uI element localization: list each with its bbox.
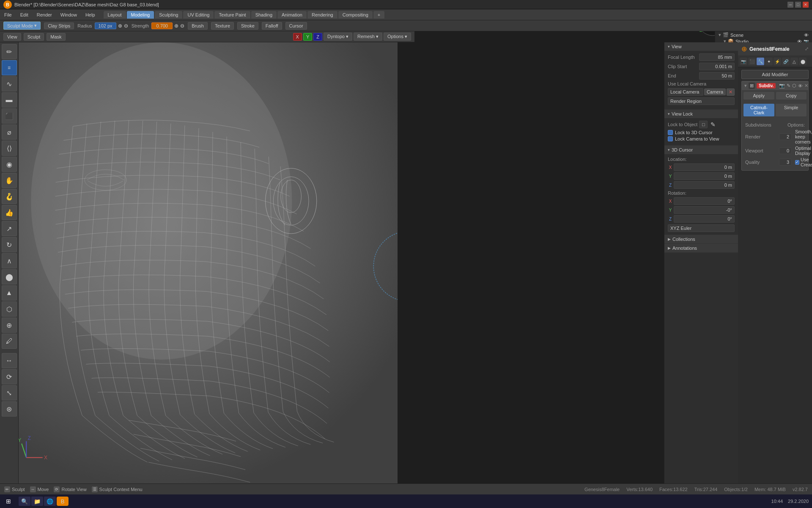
texture-button[interactable]: Texture xyxy=(211,22,234,30)
annotate-tool-button[interactable]: 🖊 xyxy=(2,334,17,349)
rotate3d-tool-button[interactable]: ⟳ xyxy=(2,369,17,384)
tab-add[interactable]: + xyxy=(373,11,384,19)
n-collections-header[interactable]: ▶ Collections xyxy=(664,235,738,243)
modifier-expand-arrow[interactable]: ▾ xyxy=(744,83,747,88)
taskbar-explorer[interactable]: 📁 xyxy=(31,497,43,506)
fill-tool-button[interactable]: ⬛ xyxy=(2,108,17,124)
rotate-tool-button[interactable]: ↻ xyxy=(2,237,17,252)
modifier-copy-button[interactable]: Copy xyxy=(776,92,807,99)
scale-tool-button[interactable]: ⤡ xyxy=(2,385,17,400)
prop-constraints-icon[interactable]: 🔗 xyxy=(782,58,790,65)
modifier-type-icon[interactable]: ⊞ xyxy=(749,83,755,89)
brush-button[interactable]: Brush xyxy=(188,22,208,30)
tree-item-scene[interactable]: ▾ 🎬 Scene 👁 xyxy=(717,32,810,38)
prop-object-icon[interactable]: ⬛ xyxy=(748,58,756,65)
prop-physics-icon[interactable]: ⚡ xyxy=(774,58,781,65)
snake-hook-tool[interactable]: 🪝 xyxy=(2,189,17,204)
menu-help[interactable]: Help xyxy=(81,9,99,20)
modifier-delete-icon[interactable]: ✕ xyxy=(804,83,808,88)
render-subdiv-value[interactable]: 2 xyxy=(779,133,792,140)
y-axis-lock[interactable]: Y xyxy=(303,33,312,41)
modifier-visible-icon[interactable]: 👁 xyxy=(798,83,803,88)
blob-tool-button[interactable]: ⬤ xyxy=(2,269,17,284)
camera-button[interactable]: Camera xyxy=(704,88,726,95)
maximize-button[interactable]: □ xyxy=(795,2,801,8)
menu-edit[interactable]: Edit xyxy=(16,9,33,20)
n-annotations-header[interactable]: ▶ Annotations xyxy=(664,244,738,252)
start-button[interactable]: ⊞ xyxy=(0,496,17,507)
remesh-button[interactable]: Remesh ▾ xyxy=(354,33,382,41)
modifier-render-icon[interactable]: 📷 xyxy=(779,83,785,88)
z-axis-lock[interactable]: Z xyxy=(313,33,322,41)
rot-z-value[interactable]: 0° xyxy=(674,215,735,223)
taskbar-search[interactable]: 🔍 xyxy=(19,497,30,506)
tab-modeling[interactable]: Modeling xyxy=(127,11,154,19)
strength-value-field[interactable]: 0.700 xyxy=(151,22,173,29)
clip-end-value[interactable]: 50 m xyxy=(699,72,735,80)
simple-tab[interactable]: Simple xyxy=(776,104,807,116)
dyntopo-button[interactable]: Dyntopo ▾ xyxy=(324,33,352,41)
mask-tool-button[interactable]: ⬡ xyxy=(2,301,17,317)
clip-start-value[interactable]: 0.001 m xyxy=(699,63,735,70)
lock-camera-view-checkbox[interactable] xyxy=(668,136,673,141)
tab-uv-editing[interactable]: UV Editing xyxy=(183,11,214,19)
modifier-apply-button[interactable]: Apply xyxy=(743,92,774,99)
minimize-button[interactable]: ─ xyxy=(787,2,793,8)
close-button[interactable]: ✕ xyxy=(803,2,809,8)
pinch-tool-button[interactable]: ⟨⟩ xyxy=(2,141,17,156)
tab-compositing[interactable]: Compositing xyxy=(338,11,373,19)
rot-y-value[interactable]: -0° xyxy=(674,206,735,214)
menu-file[interactable]: File xyxy=(0,9,16,20)
modifier-edit-icon[interactable]: ✎ xyxy=(787,83,790,88)
crease-tool-button[interactable]: ∧ xyxy=(2,253,17,268)
menu-render[interactable]: Render xyxy=(33,9,56,20)
radius-value-field[interactable]: 102 px xyxy=(95,22,116,29)
draw-sharp-tool[interactable]: ▲ xyxy=(2,285,17,301)
brush-name-button[interactable]: Clay Strips xyxy=(44,22,74,29)
tab-shading[interactable]: Shading xyxy=(251,11,277,19)
transform-tool-button[interactable]: ⊕ xyxy=(2,318,17,333)
camera-clear-button[interactable]: ✕ xyxy=(727,88,735,96)
viewport-subdiv-value[interactable]: 0 xyxy=(779,147,792,154)
n-view-lock-header[interactable]: ▾ View Lock xyxy=(664,110,738,118)
add-modifier-button[interactable]: Add Modifier xyxy=(741,70,809,79)
tab-texture-paint[interactable]: Texture Paint xyxy=(214,11,250,19)
rot-x-value[interactable]: 0° xyxy=(674,197,735,205)
tab-sculpting[interactable]: Sculpting xyxy=(155,11,182,19)
loc-y-value[interactable]: 0 m xyxy=(674,172,735,180)
grab-tool-button[interactable]: ✋ xyxy=(2,173,17,188)
prop-modifier-icon[interactable]: 🔧 xyxy=(757,58,764,65)
scrape-tool-button[interactable]: ⌀ xyxy=(2,124,17,140)
tab-layout[interactable]: Layout xyxy=(104,11,126,19)
sculpt-menu-button[interactable]: Sculpt xyxy=(24,33,44,41)
render-region-value[interactable]: Render Region xyxy=(668,97,735,105)
lock-object-edit-icon[interactable]: ✎ xyxy=(710,121,716,128)
draw-tool-button[interactable]: ✏ xyxy=(2,44,17,59)
scene-visibility-icon[interactable]: 👁 xyxy=(804,33,809,38)
view-menu-button[interactable]: View xyxy=(3,33,21,41)
lock-3d-cursor-checkbox[interactable] xyxy=(668,130,673,135)
prop-render-icon[interactable]: 📷 xyxy=(740,58,747,65)
transform3d-tool-button[interactable]: ⊛ xyxy=(2,401,17,417)
clay-strips-tool[interactable]: ≡ xyxy=(2,60,17,75)
prop-particles-icon[interactable]: ✦ xyxy=(765,58,773,65)
options-button[interactable]: Options ▾ xyxy=(384,33,411,41)
prop-data-icon[interactable]: △ xyxy=(790,58,798,65)
flatten-tool-button[interactable]: ▬ xyxy=(2,92,17,108)
falloff-button[interactable]: Falloff xyxy=(262,22,282,30)
n-view-header[interactable]: ▾ View xyxy=(664,42,738,51)
nudge-tool-button[interactable]: ↗ xyxy=(2,221,17,236)
modifier-cage-icon[interactable]: ⬡ xyxy=(792,83,796,88)
sculpt-mode-button[interactable]: Sculpt Mode ▾ xyxy=(3,22,41,30)
n-3d-cursor-header[interactable]: ▾ 3D Cursor xyxy=(664,146,738,154)
smooth-tool-button[interactable]: ∿ xyxy=(2,76,17,91)
rotation-mode-dropdown[interactable]: XYZ Euler xyxy=(668,224,735,232)
cursor-button[interactable]: Cursor xyxy=(285,22,307,30)
local-camera-value[interactable]: Local Camera xyxy=(668,88,703,96)
move-tool-button[interactable]: ↔ xyxy=(2,353,17,368)
focal-length-value[interactable]: 85 mm xyxy=(699,53,735,61)
menu-window[interactable]: Window xyxy=(56,9,81,20)
mask-button[interactable]: Mask xyxy=(47,33,65,41)
quality-value[interactable]: 3 xyxy=(779,159,792,166)
loc-z-value[interactable]: 0 m xyxy=(674,181,735,189)
